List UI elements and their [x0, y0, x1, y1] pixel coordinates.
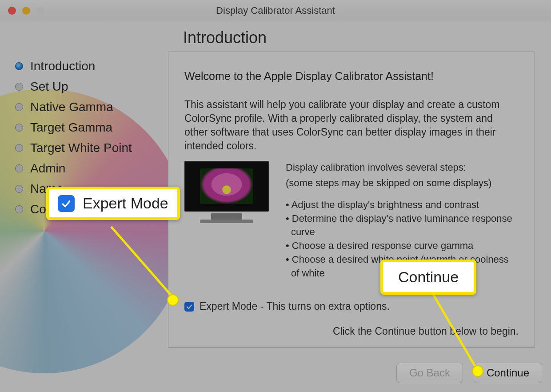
begin-hint: Click the Continue button below to begin… — [333, 325, 519, 337]
expert-mode-checkbox[interactable] — [184, 302, 194, 312]
window-controls — [8, 7, 44, 15]
flower-icon — [200, 168, 253, 204]
sidebar-item-target-gamma: Target Gamma — [15, 117, 162, 138]
display-sample-graphic — [184, 161, 269, 223]
step-bullet-icon — [15, 83, 23, 91]
sidebar-item-setup: Set Up — [15, 76, 162, 97]
callout-continue: Continue — [380, 260, 476, 295]
step-bullet-icon — [15, 205, 23, 213]
callout-pointer-dot — [167, 294, 179, 306]
close-window-button[interactable] — [8, 7, 16, 15]
sidebar-item-admin: Admin — [15, 158, 162, 179]
callout-pointer-dot — [472, 365, 483, 377]
titlebar: Display Calibrator Assistant — [0, 0, 551, 21]
zoom-window-button[interactable] — [36, 7, 44, 15]
steps-note: (some steps may be skipped on some displ… — [286, 176, 519, 190]
step-bullet-icon — [15, 103, 23, 111]
welcome-text: Welcome to the Apple Display Calibrator … — [184, 70, 519, 83]
callout-continue-label: Continue — [398, 268, 459, 286]
callout-expert-label: Expert Mode — [83, 195, 168, 212]
sidebar-item-native-gamma: Native Gamma — [15, 97, 162, 117]
window-title: Display Calibrator Assistant — [0, 5, 551, 16]
minimize-window-button[interactable] — [22, 7, 30, 15]
callout-expert-mode: Expert Mode — [46, 187, 180, 220]
sidebar-item-introduction: Introduction — [15, 56, 162, 76]
step-bullet-icon — [15, 185, 23, 193]
step-bullet-icon — [15, 62, 23, 70]
step-item: Determine the display's native luminance… — [291, 212, 519, 240]
sidebar-item-target-white-point: Target White Point — [15, 138, 162, 158]
step-item: Choose a desired response curve gamma — [291, 239, 519, 253]
continue-button[interactable]: Continue — [474, 363, 542, 383]
checkbox-icon — [58, 195, 75, 212]
content-panel: Welcome to the Apple Display Calibrator … — [168, 52, 535, 348]
wizard-buttons: Go Back Continue — [396, 363, 542, 383]
description-text: This assistant will help you calibrate y… — [184, 98, 519, 153]
step-bullet-icon — [15, 124, 23, 132]
checkmark-icon — [60, 198, 72, 209]
page-title: Introduction — [183, 28, 267, 47]
expert-mode-label: Expert Mode - This turns on extra option… — [200, 300, 390, 312]
checkmark-icon — [186, 303, 193, 310]
step-item: Adjust the display's brightness and cont… — [291, 198, 519, 212]
steps-heading: Display calibration involves several ste… — [286, 161, 519, 175]
step-bullet-icon — [15, 144, 23, 152]
go-back-button[interactable]: Go Back — [396, 363, 463, 383]
step-bullet-icon — [15, 164, 23, 172]
expert-mode-option[interactable]: Expert Mode - This turns on extra option… — [184, 300, 390, 312]
